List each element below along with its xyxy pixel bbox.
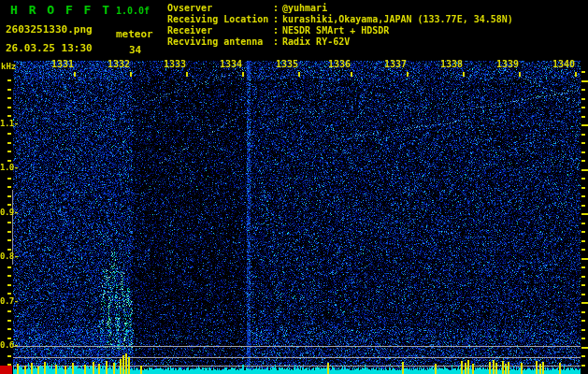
freq-minor-tick-right (581, 240, 585, 242)
location-value: kurashiki,Okayama,JAPAN (133.77E, 34.58N… (282, 14, 513, 25)
freq-minor-tick (7, 115, 11, 117)
freq-minor-tick (7, 222, 11, 223)
freq-minor-tick (7, 328, 11, 330)
freq-minor-tick-right (581, 107, 585, 108)
meteor-count-label: meteor (116, 28, 153, 40)
freq-minor-tick-right (581, 142, 585, 144)
receiver-value: NESDR SMArt + HDSDR (282, 25, 389, 36)
time-tick-label: 1334 (217, 58, 245, 70)
time-tick-label: 1338 (437, 58, 466, 70)
separator: : (273, 25, 282, 36)
separator: : (273, 3, 282, 14)
time-tick (519, 72, 521, 77)
freq-minor-tick (7, 133, 11, 135)
freq-minor-tick (7, 195, 11, 197)
freq-major-tick-right (581, 347, 588, 349)
freq-minor-tick (7, 320, 11, 322)
time-tick-label: 1339 (494, 58, 522, 70)
freq-minor-tick (7, 266, 11, 268)
freq-minor-tick-right (581, 311, 585, 313)
time-tick (130, 72, 132, 77)
freq-tick-label: 1.0- (0, 163, 21, 173)
receiver-label: Receiver (167, 25, 273, 36)
freq-tick-label: 0.8- (0, 252, 21, 262)
freq-minor-tick (7, 364, 11, 366)
freq-minor-tick (7, 186, 11, 188)
app-title: H R O F F T (10, 3, 111, 17)
time-tick-label: 1335 (273, 58, 301, 70)
separator: : (273, 14, 282, 25)
time-tick (407, 72, 409, 77)
freq-minor-tick-right (581, 338, 585, 339)
freq-minor-tick (7, 355, 11, 357)
freq-minor-tick-right (581, 178, 585, 180)
hrofft-screen: H R O F F T 1.0.0f 2603251330.png meteor… (0, 0, 588, 374)
freq-minor-tick-right (581, 195, 585, 197)
freq-minor-tick-right (581, 116, 585, 118)
observer-label: Ovserver (167, 3, 273, 14)
freq-minor-tick-right (581, 355, 585, 357)
freq-minor-tick-right (581, 205, 585, 207)
spectrogram-canvas (13, 58, 581, 374)
freq-minor-tick (7, 284, 11, 286)
freq-tick-label: 0.9- (0, 208, 21, 218)
receiver-row: Receiver:NESDR SMArt + HDSDR (167, 25, 513, 36)
time-tick-label: 1331 (49, 58, 77, 70)
meteor-count-value: 34 (129, 44, 141, 56)
antenna-row: Recviving antenna:Radix RY-62V (167, 36, 513, 48)
freq-tick-label: 0.7- (0, 296, 21, 307)
freq-minor-tick (7, 142, 11, 144)
freq-minor-tick (7, 107, 11, 108)
freq-minor-tick-right (581, 160, 585, 162)
freq-minor-tick (7, 151, 11, 152)
freq-minor-tick (7, 310, 11, 312)
time-tick (298, 72, 300, 77)
freq-minor-tick-right (581, 187, 585, 189)
freq-minor-tick-right (581, 276, 585, 278)
freq-minor-tick-right (581, 151, 585, 153)
freq-minor-tick-right (581, 320, 585, 322)
freq-unit-label: kHz (1, 62, 16, 71)
freq-major-tick-right (581, 80, 588, 82)
freq-major-tick-right (581, 302, 588, 304)
freq-minor-tick (7, 249, 11, 251)
freq-minor-tick (7, 178, 11, 180)
freq-major-tick-right (581, 124, 588, 126)
freq-minor-tick-right (581, 329, 585, 331)
time-tick-label: 1340 (550, 58, 578, 70)
freq-minor-tick-right (581, 294, 585, 295)
location-label: Receiving Location (167, 14, 273, 25)
freq-minor-tick-right (581, 249, 585, 251)
freq-minor-tick (7, 231, 11, 233)
output-filename: 2603251330.png (6, 23, 93, 36)
freq-minor-tick (7, 293, 11, 295)
time-tick-label: 1333 (161, 58, 189, 70)
freq-minor-tick (7, 338, 11, 339)
freq-minor-tick-right (581, 365, 585, 367)
freq-major-tick-right (581, 258, 588, 260)
freq-minor-tick (7, 275, 11, 277)
freq-minor-tick-right (581, 284, 585, 286)
freq-minor-tick-right (581, 223, 585, 224)
freq-minor-tick (7, 239, 11, 241)
time-tick (74, 72, 76, 77)
separator: : (273, 36, 282, 48)
time-tick (351, 72, 352, 77)
observer-value: @yuhmari (282, 3, 327, 14)
freq-tick-label: 0.6- (0, 340, 21, 351)
station-info: Ovserver:@yuhmari Receiving Location:kur… (167, 3, 513, 48)
freq-major-tick-right (581, 213, 588, 215)
freq-minor-tick-right (581, 98, 585, 100)
time-tick-label: 1336 (325, 58, 353, 70)
freq-minor-tick (7, 97, 11, 99)
freq-minor-tick (7, 160, 11, 162)
observer-row: Ovserver:@yuhmari (167, 3, 513, 14)
antenna-value: Radix RY-62V (282, 36, 350, 48)
freq-major-tick-right (581, 169, 588, 171)
antenna-label: Recviving antenna (167, 36, 273, 48)
time-tick-label: 1332 (105, 58, 133, 70)
timestamp: 26.03.25 13:30 (6, 42, 93, 54)
time-tick (242, 72, 244, 77)
time-tick (463, 72, 465, 77)
freq-minor-tick-right (581, 89, 585, 91)
